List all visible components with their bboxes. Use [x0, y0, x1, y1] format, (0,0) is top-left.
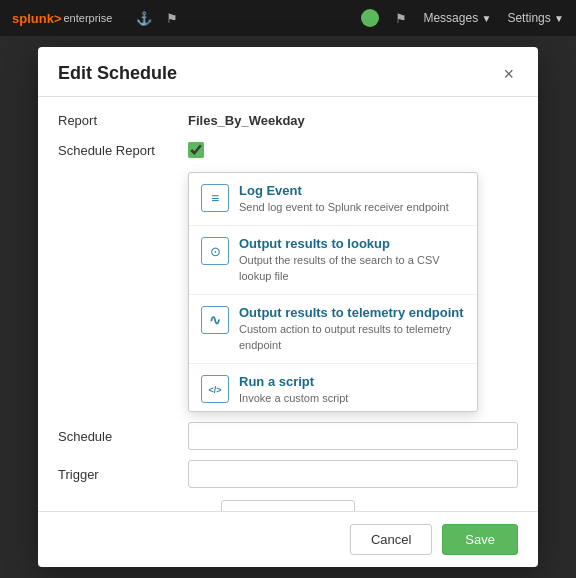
schedule-input[interactable] — [188, 422, 518, 450]
script-text: Run a script Invoke a custom script — [239, 374, 465, 406]
modal-header: Edit Schedule × — [38, 47, 538, 97]
close-button[interactable]: × — [499, 65, 518, 83]
telemetry-text: Output results to telemetry endpoint Cus… — [239, 305, 465, 353]
script-title: Run a script — [239, 374, 465, 389]
topbar-right: Messages ▼ Settings ▼ — [423, 11, 564, 25]
lookup-text: Output results to lookup Output the resu… — [239, 236, 465, 284]
add-actions-button[interactable]: + Add Actions ▼ — [221, 500, 354, 511]
add-actions-row: + Add Actions ▼ — [58, 500, 518, 511]
edit-schedule-modal: Edit Schedule × Report Files_By_Weekday … — [38, 47, 538, 567]
add-actions-label: + Add Actions — [240, 508, 319, 511]
modal-footer: Cancel Save — [38, 511, 538, 567]
settings-arrow: ▼ — [554, 13, 564, 24]
caret-down-icon: ▼ — [326, 510, 336, 511]
trigger-row: Trigger — [58, 460, 518, 488]
actions-dropdown-container: Log Event Send log event to Splunk recei… — [188, 172, 518, 412]
bell-icon[interactable]: ⚑ — [395, 11, 407, 26]
list-item[interactable]: Output results to telemetry endpoint Cus… — [189, 295, 477, 364]
list-item[interactable]: Output results to lookup Output the resu… — [189, 226, 477, 295]
modal-overlay: Edit Schedule × Report Files_By_Weekday … — [0, 36, 576, 578]
schedule-report-label: Schedule Report — [58, 143, 188, 158]
telemetry-title: Output results to telemetry endpoint — [239, 305, 465, 320]
schedule-row: Schedule — [58, 422, 518, 450]
script-desc: Invoke a custom script — [239, 391, 465, 406]
lookup-desc: Output the results of the search to a CS… — [239, 253, 465, 284]
trigger-input[interactable] — [188, 460, 518, 488]
report-row: Report Files_By_Weekday — [58, 113, 518, 128]
form-rows-lower: Schedule Trigger — [58, 422, 518, 488]
topbar: splunk>enterprise ⚓ ⚑ ⚑ Messages ▼ Setti… — [0, 0, 576, 36]
search-icon[interactable]: ⚓ — [136, 11, 152, 26]
settings-menu[interactable]: Settings ▼ — [507, 11, 564, 25]
brand-logo[interactable]: splunk>enterprise — [12, 11, 112, 26]
schedule-label: Schedule — [58, 429, 188, 444]
log-event-desc: Send log event to Splunk receiver endpoi… — [239, 200, 465, 215]
schedule-report-row: Schedule Report — [58, 142, 518, 158]
lookup-title: Output results to lookup — [239, 236, 465, 251]
messages-menu[interactable]: Messages ▼ — [423, 11, 491, 25]
lookup-icon — [201, 237, 229, 265]
messages-arrow: ▼ — [481, 13, 491, 24]
log-event-text: Log Event Send log event to Splunk recei… — [239, 183, 465, 215]
modal-title: Edit Schedule — [58, 63, 177, 84]
list-item[interactable]: Log Event Send log event to Splunk recei… — [189, 173, 477, 226]
log-event-title: Log Event — [239, 183, 465, 198]
status-indicator — [361, 9, 379, 27]
telemetry-desc: Custom action to output results to telem… — [239, 322, 465, 353]
actions-dropdown: Log Event Send log event to Splunk recei… — [188, 172, 478, 412]
schedule-report-checkbox[interactable] — [188, 142, 204, 158]
brand-splunk: splunk> — [12, 11, 62, 26]
brand-enterprise: enterprise — [64, 12, 113, 24]
report-value: Files_By_Weekday — [188, 113, 305, 128]
save-button[interactable]: Save — [442, 524, 518, 555]
modal-body: Report Files_By_Weekday Schedule Report — [38, 97, 538, 511]
list-item[interactable]: Run a script Invoke a custom script — [189, 364, 477, 412]
script-icon — [201, 375, 229, 403]
report-label: Report — [58, 113, 188, 128]
dropdown-scroll[interactable]: Log Event Send log event to Splunk recei… — [189, 173, 477, 412]
trigger-label: Trigger — [58, 467, 188, 482]
log-event-icon — [201, 184, 229, 212]
flag-icon[interactable]: ⚑ — [166, 11, 178, 26]
telemetry-icon — [201, 306, 229, 334]
cancel-button[interactable]: Cancel — [350, 524, 432, 555]
topbar-icons: ⚓ ⚑ — [136, 11, 178, 26]
